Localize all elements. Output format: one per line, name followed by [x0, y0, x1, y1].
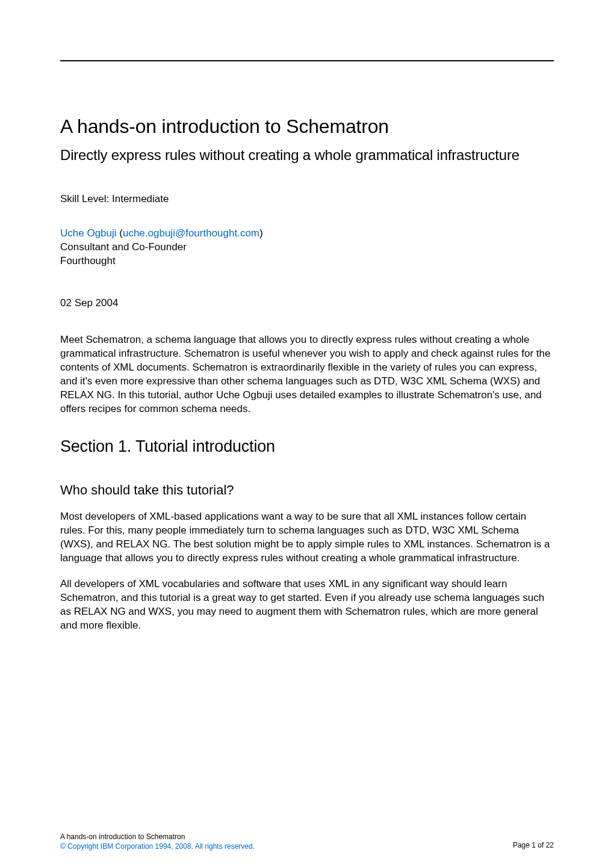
footer-copyright-link[interactable]: © Copyright IBM Corporation 1994, 2008. …	[60, 842, 255, 851]
publish-date: 02 Sep 2004	[60, 297, 554, 309]
footer-page-number: Page 1 of 22	[513, 832, 554, 850]
author-email-link[interactable]: uche.ogbuji@fourthought.com	[123, 227, 259, 239]
main-title: A hands-on introduction to Schematron	[60, 115, 554, 138]
top-horizontal-rule	[60, 60, 554, 61]
body-paragraph: Most developers of XML-based application…	[60, 510, 554, 565]
author-name-link[interactable]: Uche Ogbuji	[60, 227, 117, 239]
footer-doc-title: A hands-on introduction to Schematron	[60, 833, 185, 841]
skill-level: Skill Level: Intermediate	[60, 193, 554, 205]
author-block: Uche Ogbuji (uche.ogbuji@fourthought.com…	[60, 227, 554, 268]
subtitle: Directly express rules without creating …	[60, 146, 554, 164]
body-paragraph: All developers of XML vocabularies and s…	[60, 577, 554, 633]
author-role: Consultant and Co-Founder	[60, 241, 187, 253]
page-footer: A hands-on introduction to Schematron © …	[60, 832, 554, 851]
abstract: Meet Schematron, a schema language that …	[60, 333, 554, 416]
author-org: Fourthought	[60, 255, 116, 266]
section-title: Section 1. Tutorial introduction	[60, 437, 554, 456]
subsection-title: Who should take this tutorial?	[60, 482, 554, 498]
